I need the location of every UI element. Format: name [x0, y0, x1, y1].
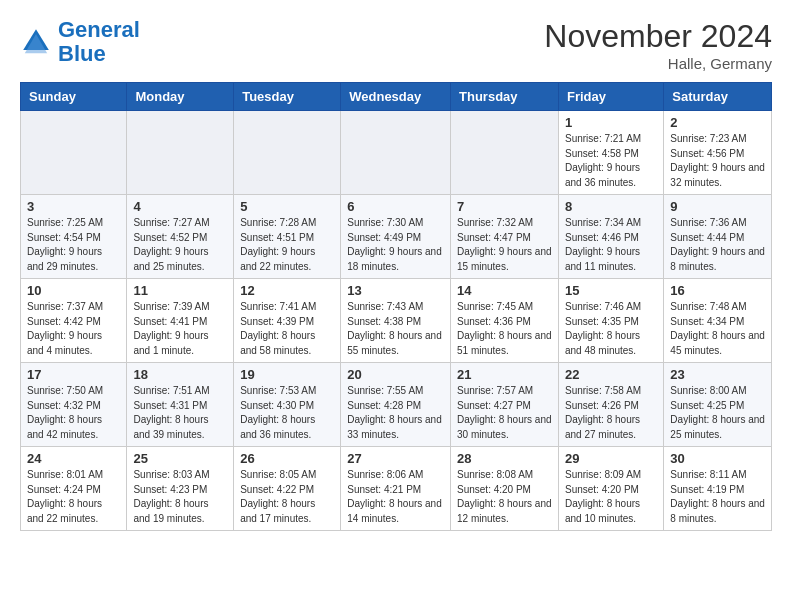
- table-row: 15Sunrise: 7:46 AM Sunset: 4:35 PM Dayli…: [558, 279, 663, 363]
- day-info: Sunrise: 7:25 AM Sunset: 4:54 PM Dayligh…: [27, 216, 120, 274]
- day-number: 8: [565, 199, 657, 214]
- day-info: Sunrise: 7:36 AM Sunset: 4:44 PM Dayligh…: [670, 216, 765, 274]
- day-number: 4: [133, 199, 227, 214]
- header: General Blue November 2024 Halle, German…: [20, 18, 772, 72]
- day-number: 2: [670, 115, 765, 130]
- table-row: 29Sunrise: 8:09 AM Sunset: 4:20 PM Dayli…: [558, 447, 663, 531]
- table-row: 28Sunrise: 8:08 AM Sunset: 4:20 PM Dayli…: [451, 447, 559, 531]
- page: General Blue November 2024 Halle, German…: [0, 0, 792, 541]
- day-info: Sunrise: 8:08 AM Sunset: 4:20 PM Dayligh…: [457, 468, 552, 526]
- calendar-week-row: 3Sunrise: 7:25 AM Sunset: 4:54 PM Daylig…: [21, 195, 772, 279]
- table-row: 25Sunrise: 8:03 AM Sunset: 4:23 PM Dayli…: [127, 447, 234, 531]
- day-number: 13: [347, 283, 444, 298]
- table-row: [127, 111, 234, 195]
- header-saturday: Saturday: [664, 83, 772, 111]
- table-row: [234, 111, 341, 195]
- day-info: Sunrise: 7:46 AM Sunset: 4:35 PM Dayligh…: [565, 300, 657, 358]
- day-info: Sunrise: 7:55 AM Sunset: 4:28 PM Dayligh…: [347, 384, 444, 442]
- header-monday: Monday: [127, 83, 234, 111]
- day-info: Sunrise: 7:58 AM Sunset: 4:26 PM Dayligh…: [565, 384, 657, 442]
- day-number: 11: [133, 283, 227, 298]
- table-row: 12Sunrise: 7:41 AM Sunset: 4:39 PM Dayli…: [234, 279, 341, 363]
- day-info: Sunrise: 7:32 AM Sunset: 4:47 PM Dayligh…: [457, 216, 552, 274]
- table-row: 2Sunrise: 7:23 AM Sunset: 4:56 PM Daylig…: [664, 111, 772, 195]
- day-info: Sunrise: 7:57 AM Sunset: 4:27 PM Dayligh…: [457, 384, 552, 442]
- header-tuesday: Tuesday: [234, 83, 341, 111]
- day-info: Sunrise: 7:21 AM Sunset: 4:58 PM Dayligh…: [565, 132, 657, 190]
- day-number: 30: [670, 451, 765, 466]
- table-row: 3Sunrise: 7:25 AM Sunset: 4:54 PM Daylig…: [21, 195, 127, 279]
- day-info: Sunrise: 7:41 AM Sunset: 4:39 PM Dayligh…: [240, 300, 334, 358]
- day-info: Sunrise: 8:00 AM Sunset: 4:25 PM Dayligh…: [670, 384, 765, 442]
- day-number: 18: [133, 367, 227, 382]
- table-row: 13Sunrise: 7:43 AM Sunset: 4:38 PM Dayli…: [341, 279, 451, 363]
- table-row: 5Sunrise: 7:28 AM Sunset: 4:51 PM Daylig…: [234, 195, 341, 279]
- table-row: 1Sunrise: 7:21 AM Sunset: 4:58 PM Daylig…: [558, 111, 663, 195]
- calendar-week-row: 24Sunrise: 8:01 AM Sunset: 4:24 PM Dayli…: [21, 447, 772, 531]
- day-number: 23: [670, 367, 765, 382]
- table-row: 11Sunrise: 7:39 AM Sunset: 4:41 PM Dayli…: [127, 279, 234, 363]
- day-info: Sunrise: 7:34 AM Sunset: 4:46 PM Dayligh…: [565, 216, 657, 274]
- table-row: 17Sunrise: 7:50 AM Sunset: 4:32 PM Dayli…: [21, 363, 127, 447]
- day-info: Sunrise: 7:50 AM Sunset: 4:32 PM Dayligh…: [27, 384, 120, 442]
- day-info: Sunrise: 7:48 AM Sunset: 4:34 PM Dayligh…: [670, 300, 765, 358]
- header-friday: Friday: [558, 83, 663, 111]
- day-info: Sunrise: 7:30 AM Sunset: 4:49 PM Dayligh…: [347, 216, 444, 274]
- table-row: [21, 111, 127, 195]
- day-info: Sunrise: 7:39 AM Sunset: 4:41 PM Dayligh…: [133, 300, 227, 358]
- day-number: 24: [27, 451, 120, 466]
- day-number: 20: [347, 367, 444, 382]
- table-row: [451, 111, 559, 195]
- table-row: 19Sunrise: 7:53 AM Sunset: 4:30 PM Dayli…: [234, 363, 341, 447]
- table-row: 9Sunrise: 7:36 AM Sunset: 4:44 PM Daylig…: [664, 195, 772, 279]
- day-info: Sunrise: 8:09 AM Sunset: 4:20 PM Dayligh…: [565, 468, 657, 526]
- day-number: 1: [565, 115, 657, 130]
- day-number: 5: [240, 199, 334, 214]
- day-info: Sunrise: 8:06 AM Sunset: 4:21 PM Dayligh…: [347, 468, 444, 526]
- day-number: 10: [27, 283, 120, 298]
- table-row: 18Sunrise: 7:51 AM Sunset: 4:31 PM Dayli…: [127, 363, 234, 447]
- day-number: 25: [133, 451, 227, 466]
- table-row: 30Sunrise: 8:11 AM Sunset: 4:19 PM Dayli…: [664, 447, 772, 531]
- calendar-week-row: 1Sunrise: 7:21 AM Sunset: 4:58 PM Daylig…: [21, 111, 772, 195]
- table-row: 6Sunrise: 7:30 AM Sunset: 4:49 PM Daylig…: [341, 195, 451, 279]
- logo-line1: General: [58, 17, 140, 42]
- day-number: 21: [457, 367, 552, 382]
- day-number: 28: [457, 451, 552, 466]
- day-number: 15: [565, 283, 657, 298]
- header-sunday: Sunday: [21, 83, 127, 111]
- day-info: Sunrise: 7:43 AM Sunset: 4:38 PM Dayligh…: [347, 300, 444, 358]
- header-thursday: Thursday: [451, 83, 559, 111]
- logo-line2: Blue: [58, 41, 106, 66]
- logo-icon: [20, 26, 52, 58]
- day-info: Sunrise: 7:27 AM Sunset: 4:52 PM Dayligh…: [133, 216, 227, 274]
- table-row: 4Sunrise: 7:27 AM Sunset: 4:52 PM Daylig…: [127, 195, 234, 279]
- day-info: Sunrise: 7:37 AM Sunset: 4:42 PM Dayligh…: [27, 300, 120, 358]
- day-info: Sunrise: 7:28 AM Sunset: 4:51 PM Dayligh…: [240, 216, 334, 274]
- day-info: Sunrise: 7:51 AM Sunset: 4:31 PM Dayligh…: [133, 384, 227, 442]
- title-block: November 2024 Halle, Germany: [544, 18, 772, 72]
- day-number: 17: [27, 367, 120, 382]
- day-number: 29: [565, 451, 657, 466]
- table-row: 23Sunrise: 8:00 AM Sunset: 4:25 PM Dayli…: [664, 363, 772, 447]
- table-row: 16Sunrise: 7:48 AM Sunset: 4:34 PM Dayli…: [664, 279, 772, 363]
- day-info: Sunrise: 7:45 AM Sunset: 4:36 PM Dayligh…: [457, 300, 552, 358]
- location: Halle, Germany: [544, 55, 772, 72]
- day-info: Sunrise: 8:05 AM Sunset: 4:22 PM Dayligh…: [240, 468, 334, 526]
- table-row: 22Sunrise: 7:58 AM Sunset: 4:26 PM Dayli…: [558, 363, 663, 447]
- day-info: Sunrise: 8:01 AM Sunset: 4:24 PM Dayligh…: [27, 468, 120, 526]
- table-row: 14Sunrise: 7:45 AM Sunset: 4:36 PM Dayli…: [451, 279, 559, 363]
- calendar-week-row: 10Sunrise: 7:37 AM Sunset: 4:42 PM Dayli…: [21, 279, 772, 363]
- table-row: 10Sunrise: 7:37 AM Sunset: 4:42 PM Dayli…: [21, 279, 127, 363]
- day-number: 9: [670, 199, 765, 214]
- logo: General Blue: [20, 18, 140, 66]
- day-info: Sunrise: 7:23 AM Sunset: 4:56 PM Dayligh…: [670, 132, 765, 190]
- day-number: 27: [347, 451, 444, 466]
- day-number: 16: [670, 283, 765, 298]
- day-number: 19: [240, 367, 334, 382]
- month-title: November 2024: [544, 18, 772, 55]
- table-row: 7Sunrise: 7:32 AM Sunset: 4:47 PM Daylig…: [451, 195, 559, 279]
- day-number: 26: [240, 451, 334, 466]
- calendar-header-row: Sunday Monday Tuesday Wednesday Thursday…: [21, 83, 772, 111]
- table-row: 27Sunrise: 8:06 AM Sunset: 4:21 PM Dayli…: [341, 447, 451, 531]
